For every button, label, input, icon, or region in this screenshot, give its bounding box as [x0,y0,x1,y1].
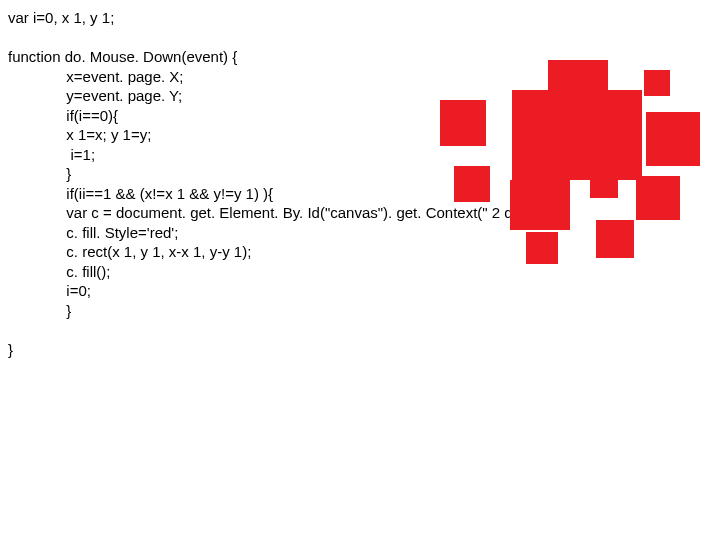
svg-rect-8 [636,176,680,220]
rect-svg-icon [440,60,700,270]
svg-rect-3 [512,90,642,180]
svg-rect-7 [590,168,618,198]
code-line-blank [8,28,527,48]
svg-rect-6 [510,180,570,230]
svg-rect-9 [526,232,558,264]
svg-rect-4 [646,112,700,166]
code-line: i=0; [8,281,527,301]
svg-rect-10 [596,220,634,258]
svg-rect-5 [454,166,490,202]
code-line: } [8,301,527,321]
rect-graphic [440,60,700,270]
code-line: var i=0, x 1, y 1; [8,8,527,28]
code-line-blank [8,320,527,340]
svg-rect-2 [440,100,486,146]
svg-rect-1 [644,70,670,96]
code-line: } [8,340,527,360]
svg-rect-0 [548,60,608,94]
